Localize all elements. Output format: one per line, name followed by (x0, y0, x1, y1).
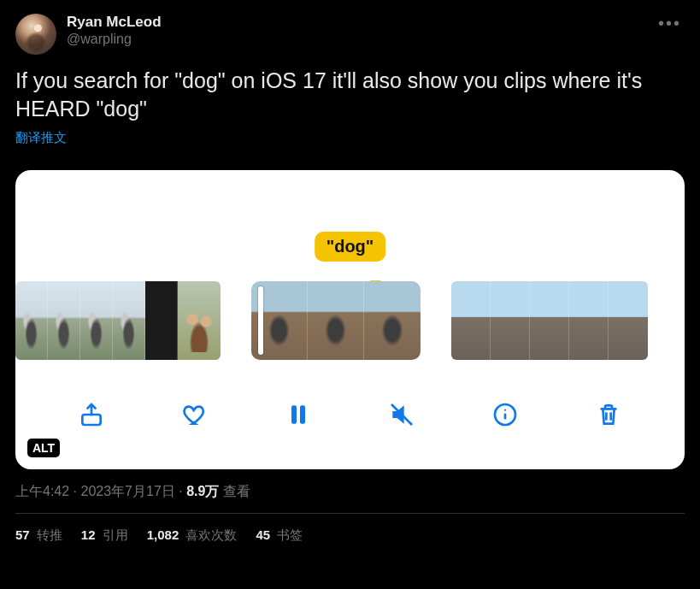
display-name: Ryan McLeod (67, 14, 644, 31)
video-frame (80, 281, 113, 360)
tweet-header: Ryan McLeod @warpling ••• (15, 14, 685, 55)
video-frame (251, 281, 308, 360)
mute-icon[interactable] (386, 399, 417, 430)
trash-icon[interactable] (593, 399, 624, 430)
video-frame (48, 281, 80, 360)
likes-stat[interactable]: 1,082 喜欢次数 (147, 527, 238, 544)
video-frame (491, 281, 530, 360)
svg-point-6 (504, 409, 506, 411)
info-icon[interactable] (490, 399, 521, 430)
clip-group-left[interactable] (15, 281, 221, 360)
views-label: 查看 (219, 484, 250, 498)
video-frame (15, 281, 48, 360)
svg-rect-0 (82, 415, 100, 425)
heart-icon[interactable] (179, 399, 210, 430)
retweets-stat[interactable]: 57 转推 (15, 527, 62, 544)
share-icon[interactable] (76, 399, 107, 430)
video-frame (113, 281, 145, 360)
svg-rect-1 (291, 405, 297, 423)
avatar[interactable] (15, 14, 56, 55)
alt-badge[interactable]: ALT (27, 439, 60, 457)
video-frame (451, 281, 491, 360)
tweet-text: If you search for "dog" on iOS 17 it'll … (15, 67, 685, 123)
video-frame (609, 281, 648, 360)
more-icon[interactable]: ••• (655, 14, 685, 33)
clip-group-right[interactable] (451, 281, 648, 360)
tweet-meta: 上午4:42 · 2023年7月17日 · 8.9万 查看 (15, 483, 685, 514)
tweet-stats: 57 转推 12 引用 1,082 喜欢次数 45 书签 (15, 514, 685, 544)
pause-icon[interactable] (283, 399, 314, 430)
video-frame (530, 281, 569, 360)
clip-group-center[interactable] (251, 281, 421, 360)
quotes-stat[interactable]: 12 引用 (81, 527, 128, 544)
video-timeline[interactable] (15, 281, 685, 360)
video-frame (308, 281, 364, 360)
bookmarks-stat[interactable]: 45 书签 (256, 527, 303, 544)
user-name-block[interactable]: Ryan McLeod @warpling (67, 14, 644, 49)
tooltip-label: "dog" (315, 232, 386, 262)
tweet: Ryan McLeod @warpling ••• If you search … (0, 0, 700, 544)
video-frame (145, 281, 178, 360)
video-frame (364, 281, 421, 360)
video-frame (178, 281, 221, 360)
tweet-date[interactable]: 2023年7月17日 (80, 484, 174, 498)
views-count: 8.9万 (186, 484, 219, 498)
translate-link[interactable]: 翻译推文 (15, 130, 67, 146)
svg-rect-2 (300, 405, 305, 423)
meta-sep: · (69, 484, 80, 498)
meta-sep: · (175, 484, 186, 498)
media-toolbar (15, 399, 685, 430)
video-frame (569, 281, 609, 360)
search-tooltip: "dog" (315, 232, 386, 286)
user-handle: @warpling (67, 31, 644, 49)
tweet-time[interactable]: 上午4:42 (15, 484, 69, 498)
media-card: "dog" (15, 170, 685, 469)
